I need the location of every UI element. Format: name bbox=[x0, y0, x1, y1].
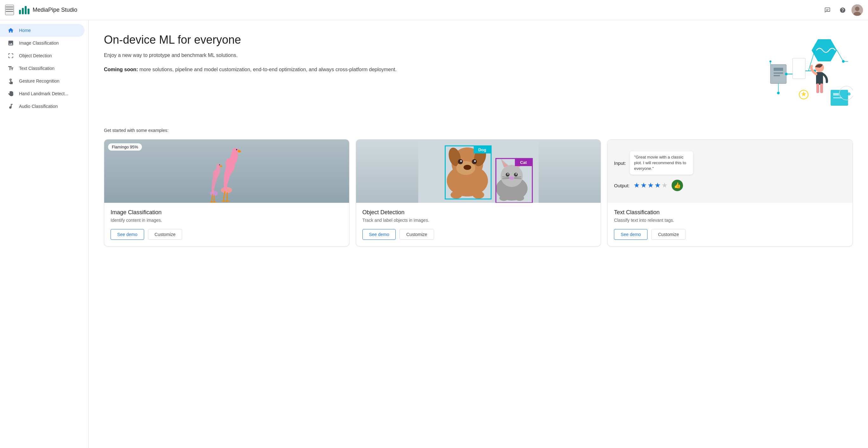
svg-point-73 bbox=[514, 173, 518, 177]
home-icon bbox=[8, 27, 14, 34]
svg-point-81 bbox=[499, 195, 508, 201]
sidebar-item-hand-landmark[interactable]: Hand Landmark Detect... bbox=[0, 87, 85, 100]
svg-point-62 bbox=[473, 191, 484, 199]
audio-classification-icon bbox=[8, 103, 14, 109]
sidebar-item-audio-classification[interactable]: Audio Classification bbox=[0, 100, 85, 113]
image-classification-title: Image Classification bbox=[111, 209, 343, 216]
svg-point-74 bbox=[507, 173, 508, 175]
star-3: ★ bbox=[648, 181, 654, 189]
feedback-button[interactable] bbox=[821, 4, 834, 16]
svg-rect-3 bbox=[826, 9, 829, 9]
coming-soon-label: Coming soon: bbox=[104, 67, 138, 72]
svg-point-56 bbox=[463, 165, 471, 170]
svg-point-33 bbox=[847, 92, 850, 96]
rating-stars: ★ ★ ★ ★ ★ bbox=[633, 181, 668, 189]
text-class-input-bubble: "Great movie with a classic plot. I will… bbox=[630, 151, 693, 175]
dog-cat-svg: Dog bbox=[356, 140, 601, 203]
text-classification-icon bbox=[8, 65, 14, 71]
text-classification-customize-button[interactable]: Customize bbox=[651, 229, 685, 240]
object-detection-card: Dog bbox=[356, 139, 601, 246]
user-avatar[interactable] bbox=[851, 4, 863, 16]
sidebar-item-image-classification-label: Image Classification bbox=[19, 40, 59, 45]
help-button[interactable] bbox=[836, 4, 849, 16]
object-detection-actions: See demo Customize bbox=[363, 229, 595, 240]
sidebar-item-hand-landmark-label: Hand Landmark Detect... bbox=[19, 91, 68, 96]
sidebar-item-home-label: Home bbox=[19, 28, 31, 33]
sidebar-item-gesture-recognition-label: Gesture Recognition bbox=[19, 78, 60, 83]
sidebar-item-object-detection[interactable]: Object Detection bbox=[0, 49, 85, 62]
flamingo-background: Flamingo 95% bbox=[104, 140, 349, 203]
hero-title: On-device ML for everyone bbox=[104, 33, 739, 46]
dog-cat-background: Dog bbox=[356, 140, 601, 203]
hamburger-menu-button[interactable] bbox=[5, 5, 14, 15]
star-1: ★ bbox=[633, 181, 640, 189]
image-classification-customize-button[interactable]: Customize bbox=[148, 229, 182, 240]
object-detection-card-body: Object Detection Track and label objects… bbox=[356, 203, 601, 246]
svg-rect-11 bbox=[774, 72, 783, 74]
svg-rect-10 bbox=[774, 68, 783, 71]
logo-icon bbox=[19, 6, 29, 14]
sidebar-item-gesture-recognition[interactable]: Gesture Recognition bbox=[0, 75, 85, 87]
text-classification-background: Input: "Great movie with a classic plot.… bbox=[608, 140, 852, 203]
sidebar-item-text-classification[interactable]: Text Classification bbox=[0, 62, 85, 75]
sidebar: Home Image Classification Object Detecti… bbox=[0, 20, 89, 448]
svg-text:Dog: Dog bbox=[478, 147, 486, 152]
svg-line-46 bbox=[212, 195, 213, 202]
svg-rect-30 bbox=[820, 83, 823, 93]
svg-rect-1 bbox=[6, 9, 13, 9]
app-title: MediaPipe Studio bbox=[33, 7, 77, 13]
text-classification-desc: Classify text into relevant tags. bbox=[614, 218, 846, 223]
image-classification-card: Flamingo 95% bbox=[104, 139, 349, 246]
star-5: ★ bbox=[661, 181, 668, 189]
sidebar-item-text-classification-label: Text Classification bbox=[19, 66, 55, 71]
svg-line-80 bbox=[514, 178, 521, 179]
svg-line-39 bbox=[223, 192, 225, 201]
text-class-output-label: Output: bbox=[614, 183, 629, 188]
main-content: On-device ML for everyone Enjoy a new wa… bbox=[89, 20, 868, 448]
text-class-input-label: Input: bbox=[614, 161, 626, 166]
svg-point-59 bbox=[460, 161, 462, 162]
examples-label: Get started with some examples: bbox=[104, 128, 853, 133]
coming-soon-text: more solutions, pipeline and model custo… bbox=[140, 67, 397, 72]
hero-section: On-device ML for everyone Enjoy a new wa… bbox=[104, 33, 853, 115]
svg-point-67 bbox=[500, 165, 523, 187]
object-detection-customize-button[interactable]: Customize bbox=[400, 229, 434, 240]
star-4: ★ bbox=[654, 181, 661, 189]
cards-grid: Flamingo 95% bbox=[104, 139, 853, 246]
image-classification-demo-button[interactable]: See demo bbox=[111, 229, 144, 240]
main-layout: Home Image Classification Object Detecti… bbox=[0, 20, 868, 448]
image-classification-desc: Identify content in images. bbox=[111, 218, 343, 223]
app-header: MediaPipe Studio bbox=[0, 0, 868, 20]
svg-point-82 bbox=[515, 195, 524, 201]
image-classification-card-body: Image Classification Identify content in… bbox=[104, 203, 349, 246]
app-logo: MediaPipe Studio bbox=[19, 6, 77, 14]
sidebar-item-home[interactable]: Home bbox=[0, 24, 85, 37]
object-detection-desc: Track and label objects in images. bbox=[363, 218, 595, 223]
svg-marker-8 bbox=[812, 39, 837, 61]
svg-point-57 bbox=[458, 159, 463, 164]
hero-subtitle: Enjoy a new way to prototype and benchma… bbox=[104, 51, 739, 59]
hero-illustration bbox=[751, 33, 853, 115]
svg-point-6 bbox=[855, 7, 860, 11]
object-detection-icon bbox=[8, 53, 14, 59]
text-class-output-row: Output: ★ ★ ★ ★ ★ 👍 bbox=[614, 180, 683, 191]
gesture-recognition-icon bbox=[8, 78, 14, 84]
object-detection-card-image: Dog bbox=[356, 140, 601, 203]
svg-point-75 bbox=[516, 173, 517, 175]
text-classification-card: Input: "Great movie with a classic plot.… bbox=[607, 139, 853, 246]
object-detection-demo-button[interactable]: See demo bbox=[363, 229, 396, 240]
svg-point-60 bbox=[474, 161, 475, 162]
hero-coming-soon: Coming soon: more solutions, pipeline an… bbox=[104, 66, 739, 74]
svg-point-26 bbox=[777, 92, 780, 94]
sidebar-item-image-classification[interactable]: Image Classification bbox=[0, 37, 85, 49]
flamingo-svg bbox=[198, 143, 255, 203]
svg-rect-0 bbox=[6, 7, 13, 7]
svg-rect-12 bbox=[774, 75, 780, 76]
svg-rect-9 bbox=[770, 65, 786, 83]
svg-point-58 bbox=[472, 159, 477, 164]
thumbs-up-icon: 👍 bbox=[672, 180, 683, 191]
text-classification-title: Text Classification bbox=[614, 209, 846, 216]
text-classification-demo-button[interactable]: See demo bbox=[614, 229, 648, 240]
star-2: ★ bbox=[641, 181, 647, 189]
image-classification-actions: See demo Customize bbox=[111, 229, 343, 240]
